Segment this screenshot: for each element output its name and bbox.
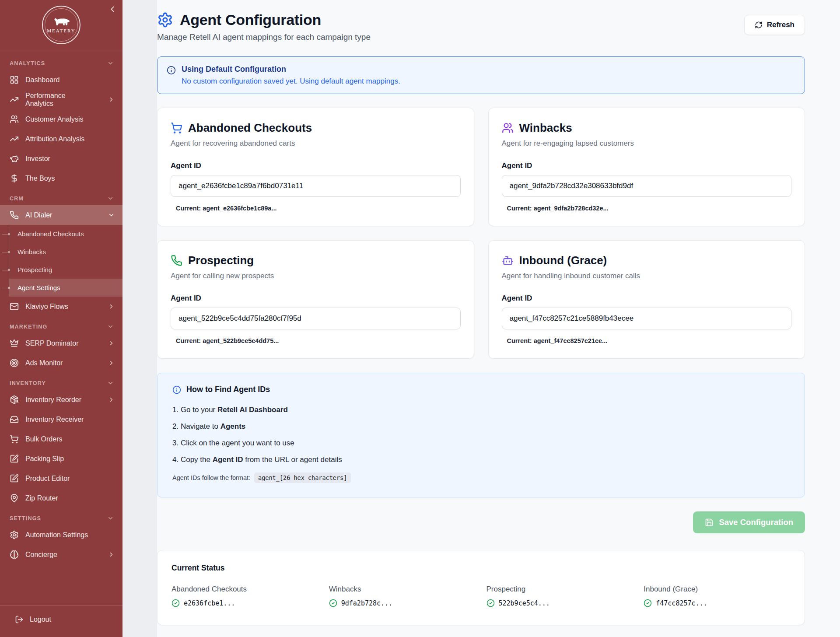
cow-icon	[52, 17, 70, 28]
chevron-down-icon	[107, 515, 114, 522]
refresh-icon	[755, 21, 763, 29]
agent-cards-grid: Abandoned Checkouts Agent for recovering…	[157, 108, 805, 359]
sidebar-item-customer-analysis[interactable]: Customer Analysis	[0, 109, 122, 129]
dashboard-grid-icon	[10, 75, 19, 84]
sidebar-item-bulk-orders[interactable]: Bulk Orders	[0, 429, 122, 449]
chevron-down-icon	[108, 212, 115, 218]
section-header-settings[interactable]: SETTINGS	[0, 508, 122, 525]
sidebar-item-ai-dialer[interactable]: AI Dialer	[0, 205, 122, 225]
page-subtitle: Manage Retell AI agent mappings for each…	[157, 32, 371, 42]
crown-icon	[10, 339, 19, 348]
sidebar-item-the-boys[interactable]: The Boys	[0, 168, 122, 188]
content-gutter	[122, 0, 157, 637]
sidebar-item-automation-settings[interactable]: Automation Settings	[0, 525, 122, 545]
logout-label: Logout	[30, 616, 51, 623]
sidebar-collapse-button[interactable]	[108, 4, 117, 16]
sidebar-item-zip-router[interactable]: Zip Router	[0, 488, 122, 508]
agent-id-input[interactable]	[502, 308, 792, 329]
sidebar-item-label: Bulk Orders	[25, 435, 62, 443]
status-agent-id: 9dfa2b728c...	[341, 599, 392, 607]
current-status-card: Current Status Abandoned Checkouts e2636…	[157, 550, 805, 625]
agent-id-input[interactable]	[171, 308, 461, 329]
section-label: ANALYTICS	[10, 60, 45, 66]
map-pin-icon	[10, 494, 19, 503]
chevron-right-icon	[108, 340, 115, 346]
section-header-inventory[interactable]: INVENTORY	[0, 373, 122, 390]
agent-id-label: Agent ID	[502, 294, 792, 303]
logout-button[interactable]: Logout	[0, 605, 122, 637]
current-agent-text: Current: agent_e2636fcbe1c89a...	[171, 205, 461, 212]
sidebar-item-label: Packing Slip	[25, 455, 64, 463]
page-title-block: Agent Configuration Manage Retell AI age…	[157, 11, 371, 42]
sidebar-nav: ANALYTICS Dashboard Performance Analytic…	[0, 51, 122, 602]
agent-id-label: Agent ID	[502, 161, 792, 170]
format-label: Agent IDs follow the format:	[172, 474, 250, 481]
sidebar-item-label: Product Editor	[25, 475, 70, 483]
sidebar-item-serp-dominator[interactable]: SERP Dominator	[0, 333, 122, 353]
sidebar-item-dashboard[interactable]: Dashboard	[0, 70, 122, 90]
target-icon	[10, 358, 19, 368]
sidebar-item-packing-slip[interactable]: Packing Slip	[0, 449, 122, 469]
sidebar-item-product-editor[interactable]: Product Editor	[0, 469, 122, 488]
trending-up-icon	[10, 134, 19, 144]
sidebar-item-investor[interactable]: Investor	[0, 149, 122, 168]
howto-find-agent-ids: How to Find Agent IDs 1. Go to your Rete…	[157, 373, 805, 497]
sidebar-subitem-agent-settings[interactable]: Agent Settings	[0, 279, 122, 297]
chevron-right-icon	[108, 303, 115, 310]
howto-step: 3. Click on the agent you want to use	[172, 439, 790, 448]
format-code: agent_[26 hex characters]	[254, 472, 351, 483]
package-search-icon	[10, 395, 19, 404]
sidebar-subitem-winbacks[interactable]: Winbacks	[0, 243, 122, 261]
refresh-label: Refresh	[767, 21, 794, 29]
sidebar-item-label: Ads Monitor	[25, 359, 63, 367]
status-grid: Abandoned Checkouts e2636fcbe1... Winbac…	[172, 585, 791, 607]
section-header-analytics[interactable]: ANALYTICS	[0, 53, 122, 70]
sidebar-item-label: SERP Dominator	[25, 340, 79, 347]
default-config-banner: Using Default Configuration No custom co…	[157, 56, 805, 94]
status-label: Prospecting	[486, 585, 634, 594]
sidebar-subitem-label: Prospecting	[18, 266, 52, 273]
status-agent-id: e2636fcbe1...	[184, 599, 235, 607]
phone-icon	[10, 210, 19, 220]
save-label: Save Configuration	[719, 518, 793, 527]
section-header-crm[interactable]: CRM	[0, 188, 122, 205]
sidebar-subitem-prospecting[interactable]: Prospecting	[0, 261, 122, 279]
check-circle-icon	[486, 599, 495, 607]
banner-title: Using Default Configuration	[182, 65, 400, 74]
sidebar-item-klaviyo-flows[interactable]: Klaviyo Flows	[0, 297, 122, 316]
save-configuration-button[interactable]: Save Configuration	[693, 511, 805, 533]
howto-step: 1. Go to your Retell AI Dashboard	[172, 406, 790, 414]
sidebar-subitem-label: Winbacks	[18, 248, 46, 256]
sidebar-item-inventory-reorder[interactable]: Inventory Reorder	[0, 390, 122, 410]
card-description: Agent for handling inbound customer call…	[502, 272, 792, 280]
refresh-button[interactable]: Refresh	[744, 15, 805, 35]
sidebar-item-ads-monitor[interactable]: Ads Monitor	[0, 353, 122, 373]
status-agent-id: 522b9ce5c4...	[499, 599, 550, 607]
gear-icon	[10, 530, 19, 539]
card-description: Agent for calling new prospects	[171, 272, 461, 280]
agent-id-format: Agent IDs follow the format: agent_[26 h…	[172, 472, 790, 483]
section-label: MARKETING	[10, 324, 48, 330]
sidebar-item-performance-analytics[interactable]: Performance Analytics	[0, 90, 122, 109]
ai-dialer-subnav: Abandoned Checkouts Winbacks Prospecting…	[0, 225, 122, 297]
agent-id-label: Agent ID	[171, 294, 461, 303]
sidebar-item-label: Zip Router	[25, 494, 58, 502]
agent-id-input[interactable]	[502, 175, 792, 197]
check-circle-icon	[644, 599, 652, 607]
sidebar-item-attribution-analysis[interactable]: Attribution Analysis	[0, 129, 122, 149]
sidebar-item-concierge[interactable]: Concierge	[0, 545, 122, 564]
sidebar-subitem-abandoned-checkouts[interactable]: Abandoned Checkouts	[0, 225, 122, 243]
sidebar-item-label: Inventory Reorder	[25, 396, 81, 404]
shopping-cart-icon	[10, 434, 19, 444]
save-icon	[705, 518, 714, 527]
main-content: Agent Configuration Manage Retell AI age…	[157, 0, 840, 637]
mail-icon	[10, 302, 19, 311]
chevron-right-icon	[108, 360, 115, 366]
sidebar-item-inventory-receiver[interactable]: Inventory Receiver	[0, 410, 122, 429]
agent-id-input[interactable]	[171, 175, 461, 197]
edit-icon	[10, 454, 19, 463]
card-title: Inbound (Grace)	[519, 254, 607, 267]
section-header-marketing[interactable]: MARKETING	[0, 316, 122, 333]
chevron-down-icon	[107, 380, 114, 386]
status-label: Inbound (Grace)	[644, 585, 791, 594]
